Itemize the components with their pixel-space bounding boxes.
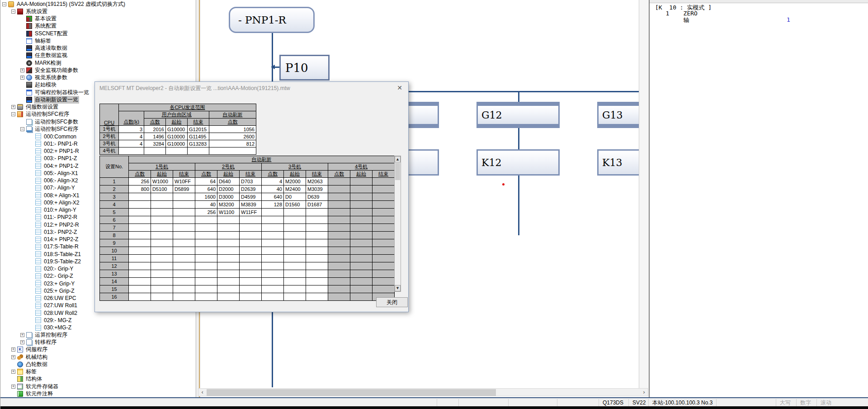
refresh-cell-m2-1[interactable] [217,224,240,232]
tree-item-label[interactable]: 凸轮数据 [25,361,48,368]
tree-item-label[interactable]: 000:Common [43,133,77,140]
tree-item-label[interactable]: 伺服程序 [25,346,48,353]
tree-item-label[interactable]: 023:+ Grip-Y [43,281,75,287]
refresh-cell-m2-1[interactable] [217,278,240,285]
refresh-cell-m1-0[interactable] [129,239,151,247]
tree-item-label[interactable]: 005:- Align-X1 [43,170,79,176]
tree-item-label[interactable]: 软元件注释 [25,390,54,397]
refresh-cell-m2-0[interactable] [195,239,217,247]
refresh-cell-m1-1[interactable] [151,262,173,270]
tree-item-10[interactable]: +视觉系统参数 [0,74,196,81]
refresh-cell-m1-0[interactable] [129,270,151,278]
tree-item-0[interactable]: −AAA-Motion(191215) (SV22 虚模式切换方式) [0,0,196,8]
expand-icon[interactable]: + [20,68,24,72]
refresh-cell-m2-0[interactable]: 640 [195,185,217,193]
refresh-cell-m2-2[interactable] [240,232,262,239]
refresh-cell-m3-2[interactable]: D1687 [306,201,328,209]
refresh-cell-m3-2[interactable] [306,209,328,216]
refresh-cell-m4-1[interactable] [350,201,373,209]
refresh-cell-m1-1[interactable] [151,255,173,262]
refresh-cell-m3-0[interactable] [262,247,284,255]
refresh-cell-m4-2[interactable] [373,201,395,209]
tree-item-50[interactable]: +标签 [0,368,196,376]
refresh-cell-m3-0[interactable] [262,239,284,247]
refresh-cell-m1-0[interactable]: 800 [129,185,151,193]
points-k-cell[interactable] [119,147,144,155]
refresh-cell-m3-1[interactable] [284,247,306,255]
refresh-cell-m3-1[interactable] [284,285,306,293]
refresh-cell-m2-2[interactable] [240,285,262,293]
refresh-cell-m4-1[interactable] [350,216,373,224]
refresh-cell-m3-1[interactable]: M2000 [284,178,306,185]
tree-item-label[interactable]: 视觉系统参数 [34,74,68,81]
tree-item-label[interactable]: 028:UW Roll2 [43,310,78,316]
refresh-cell-m3-0[interactable]: 4 [262,178,284,185]
end-cell[interactable] [188,147,209,155]
tree-item-8[interactable]: MARK检测 [0,59,196,67]
collapse-icon[interactable]: − [2,2,6,6]
refresh-cell-m1-0[interactable] [129,193,151,201]
refresh-cell-m2-0[interactable] [195,232,217,239]
refresh-cell-m1-1[interactable] [151,239,173,247]
dialog-scroll-thumb[interactable] [395,163,400,180]
refresh-cell-m1-0[interactable] [129,255,151,262]
tree-item-label[interactable]: 起始模块 [34,81,57,89]
refresh-cell-m1-0[interactable] [129,293,151,301]
refresh-cell-m3-1[interactable] [284,216,306,224]
refresh-cell-m4-1[interactable] [350,270,373,278]
refresh-cell-m3-2[interactable] [306,255,328,262]
refresh-cell-m4-2[interactable] [373,262,395,270]
refresh-cell-m4-1[interactable] [350,285,373,293]
refresh-cell-m2-0[interactable]: 40 [195,201,217,209]
refresh-cell-m2-1[interactable]: D640 [217,178,240,185]
refresh-cell-m4-0[interactable] [328,262,350,270]
tree-item-label[interactable]: 运动控制SFC程序 [25,110,70,118]
tree-item-label[interactable]: 007:- Align-Y [43,185,76,191]
refresh-cell-m3-1[interactable]: D1560 [284,201,306,209]
refresh-cell-m1-0[interactable] [129,224,151,232]
refresh-cell-m4-2[interactable] [373,216,395,224]
refresh-cell-m4-2[interactable] [373,278,395,285]
refresh-cell-m4-0[interactable] [328,185,350,193]
refresh-cell-m3-1[interactable] [284,239,306,247]
refresh-cell-m1-1[interactable] [151,232,173,239]
refresh-cell-m1-2[interactable] [173,255,195,262]
scroll-left-icon[interactable]: ‹ [198,389,206,396]
tree-item-label[interactable]: 029:- MG-Z [43,317,72,323]
refresh-cell-m3-2[interactable] [306,216,328,224]
refresh-cell-m2-2[interactable]: M3839 [240,201,262,209]
refresh-cell-m3-0[interactable] [262,232,284,239]
refresh-cell-m2-1[interactable] [217,247,240,255]
tree-item-label[interactable]: 标签 [25,368,38,376]
refresh-cell-m3-2[interactable] [306,262,328,270]
refresh-cell-m3-1[interactable] [284,262,306,270]
refresh-points-cell[interactable]: 812 [209,140,256,147]
tree-item-label[interactable]: 转移程序 [34,338,57,346]
sfc-node-g-partial[interactable] [404,102,439,128]
start-cell[interactable]: G10000 [166,126,188,133]
refresh-cell-m4-2[interactable] [373,209,395,216]
refresh-cell-m1-2[interactable] [173,270,195,278]
refresh-cell-m1-0[interactable] [129,209,151,216]
end-cell[interactable]: G13283 [188,140,209,147]
expand-icon[interactable]: + [11,347,15,352]
sfc-node-k13[interactable]: K13 [597,149,639,176]
refresh-cell-m2-2[interactable]: D4599 [240,193,262,201]
sfc-node-p10[interactable]: P10 [279,55,330,81]
refresh-cell-m2-1[interactable]: D2000 [217,185,240,193]
refresh-cell-m1-0[interactable] [129,278,151,285]
refresh-cell-m1-2[interactable] [173,193,195,201]
refresh-cell-m4-2[interactable] [373,193,395,201]
tree-item-5[interactable]: 轴标签 [0,37,196,44]
refresh-cell-m3-0[interactable] [262,255,284,262]
refresh-cell-m2-0[interactable] [195,293,217,301]
tree-item-3[interactable]: 系统配置 [0,23,196,30]
refresh-cell-m4-0[interactable] [328,285,350,293]
refresh-cell-m2-2[interactable] [240,239,262,247]
refresh-cell-m2-2[interactable]: D703 [240,178,262,185]
refresh-cell-m4-2[interactable] [373,178,395,185]
refresh-cell-m4-1[interactable] [350,247,373,255]
refresh-cell-m3-2[interactable] [306,247,328,255]
refresh-cell-m3-2[interactable] [306,293,328,301]
refresh-cell-m2-0[interactable] [195,255,217,262]
